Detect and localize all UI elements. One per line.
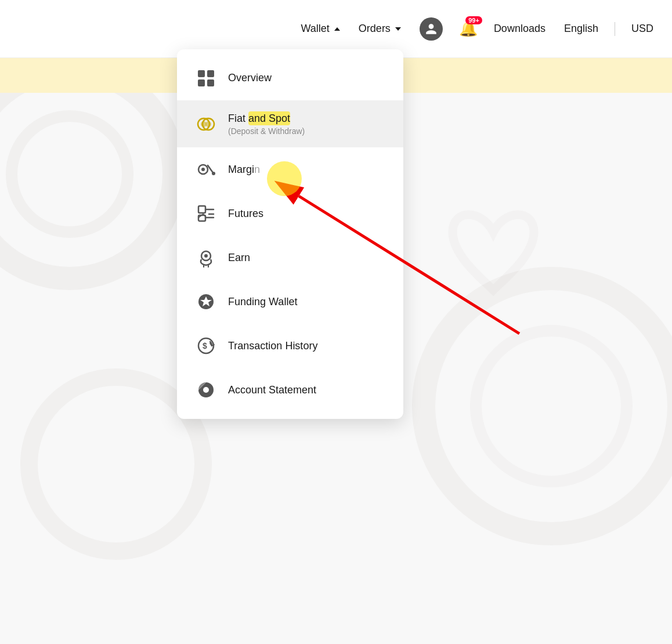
avatar-button[interactable] [413, 13, 450, 45]
overview-text: Overview [228, 71, 272, 85]
account-statement-title: Account Statement [228, 383, 316, 397]
fiat-spot-title: Fiat and Spot [228, 112, 305, 125]
transaction-history-text: Transaction History [228, 339, 317, 353]
svg-rect-5 [198, 70, 205, 77]
earn-title: Earn [228, 251, 250, 265]
svg-point-19 [204, 254, 208, 258]
menu-item-funding-wallet[interactable]: Funding Wallet [177, 280, 403, 324]
language-nav-item[interactable]: English [557, 18, 605, 39]
notification-badge: 99+ [465, 16, 482, 24]
wallet-arrow-icon [334, 27, 340, 31]
wallet-label: Wallet [301, 23, 330, 35]
downloads-nav-item[interactable]: Downloads [487, 18, 552, 39]
margin-text: Margin [228, 163, 260, 176]
menu-item-margin[interactable]: Margin [177, 147, 403, 191]
wallet-dropdown-menu: Overview Fiat and Spot (Deposit & Withdr… [177, 49, 403, 419]
svg-point-3 [476, 331, 627, 482]
futures-text: Futures [228, 207, 263, 220]
fiat-spot-icon [196, 114, 216, 135]
earn-text: Earn [228, 251, 250, 265]
menu-item-futures[interactable]: Futures [177, 191, 403, 236]
funding-wallet-title: Funding Wallet [228, 295, 297, 309]
svg-point-15 [212, 172, 215, 175]
downloads-label: Downloads [494, 23, 545, 35]
account-statement-icon [196, 379, 216, 400]
orders-label: Orders [359, 23, 391, 35]
overview-icon [196, 68, 216, 89]
svg-point-2 [424, 278, 672, 534]
orders-arrow-icon [395, 27, 401, 31]
svg-rect-8 [207, 79, 214, 86]
transaction-history-title: Transaction History [228, 339, 317, 353]
overview-title: Overview [228, 71, 272, 85]
orders-nav-item[interactable]: Orders [352, 18, 408, 39]
menu-item-fiat-spot[interactable]: Fiat and Spot (Deposit & Withdraw) [177, 100, 403, 147]
user-avatar-icon [420, 17, 443, 41]
fiat-spot-subtitle: (Deposit & Withdraw) [228, 126, 305, 136]
nav-items: Wallet Orders 🔔 99+ Downloads English US… [294, 13, 660, 45]
funding-wallet-icon [196, 291, 216, 312]
notifications-button[interactable]: 🔔 99+ [454, 15, 482, 42]
svg-point-24 [203, 387, 209, 393]
currency-nav-item[interactable]: USD [624, 18, 660, 39]
margin-title: Margin [228, 163, 260, 176]
menu-item-transaction-history[interactable]: $ Transaction History [177, 324, 403, 368]
svg-point-14 [201, 168, 205, 171]
funding-wallet-text: Funding Wallet [228, 295, 297, 309]
svg-rect-7 [198, 79, 205, 86]
menu-item-earn[interactable]: Earn [177, 236, 403, 280]
menu-item-account-statement[interactable]: Account Statement [177, 368, 403, 412]
svg-rect-6 [207, 70, 214, 77]
english-label: English [564, 23, 598, 35]
nav-divider [615, 22, 615, 36]
transaction-history-icon: $ [196, 335, 216, 356]
svg-point-0 [0, 70, 174, 278]
futures-icon [196, 203, 216, 224]
earn-icon [196, 247, 216, 268]
menu-item-overview[interactable]: Overview [177, 56, 403, 100]
svg-point-12 [205, 121, 211, 127]
fiat-spot-text: Fiat and Spot (Deposit & Withdraw) [228, 112, 305, 136]
account-statement-text: Account Statement [228, 383, 316, 397]
svg-point-1 [12, 116, 128, 232]
margin-icon [196, 159, 216, 180]
svg-text:$: $ [203, 341, 207, 350]
usd-label: USD [631, 23, 653, 35]
wallet-nav-item[interactable]: Wallet [294, 18, 347, 39]
svg-rect-16 [198, 206, 205, 213]
futures-title: Futures [228, 207, 263, 220]
